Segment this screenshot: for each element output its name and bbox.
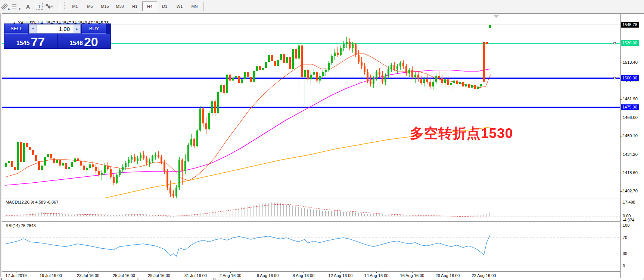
chart-shift-marker-icon[interactable] — [493, 15, 499, 18]
macd-axis--4.974: -4.974 — [623, 218, 634, 222]
date-label-8: 6 Aug 16:00 — [257, 273, 279, 278]
text-label-icon[interactable]: A — [23, 1, 33, 11]
date-tick — [196, 272, 196, 273]
macd-label: MACD(12,26,9) 4.589 -0.867 — [6, 200, 58, 204]
timeframe-button-d1[interactable]: D1 — [157, 1, 172, 11]
date-label-9: 8 Aug 16:00 — [293, 273, 315, 278]
chart-window: ▲XAUUSD-,H41547.34 1547.34 1543.47 1545.… — [2, 13, 644, 278]
pane-separator[interactable] — [2, 221, 644, 222]
toolbar-drag-handle[interactable] — [64, 2, 66, 10]
date-label-14: 22 Aug 16:00 — [472, 273, 496, 278]
date-tick — [159, 272, 159, 273]
timeframe-button-mn[interactable]: MN — [187, 1, 202, 11]
toolbar-separator — [60, 2, 60, 11]
rsi-axis-70: 70 — [623, 235, 627, 240]
macd-histogram — [6, 202, 490, 217]
one-click-trade-panel: SELL ▼ ▲ BUY 1545 77 1546 20 — [4, 23, 111, 49]
date-label-4: 25 Jul 16:00 — [113, 273, 135, 278]
rsi-axis-30: 30 — [623, 251, 627, 256]
date-tick — [376, 272, 377, 273]
volume-increase-button[interactable]: ▲ — [73, 24, 81, 34]
price-axis[interactable]: 1513.401497.701481.901466.001450.101434.… — [620, 14, 644, 278]
volume-decrease-button[interactable]: ▼ — [29, 24, 37, 34]
date-tick — [304, 272, 304, 273]
date-label-10: 12 Aug 16:00 — [329, 273, 353, 278]
timeframe-button-m5[interactable]: M5 — [83, 1, 97, 11]
date-label-3: 23 Jul 16:00 — [77, 273, 99, 278]
date-tick — [268, 272, 268, 273]
date-tick — [88, 272, 88, 273]
shapes-icon[interactable]: ▼ — [45, 1, 58, 11]
window-tab[interactable] — [1, 278, 137, 280]
icon-sub-e: E — [8, 7, 10, 10]
window-frame-line — [0, 13, 1, 277]
date-label-11: 14 Aug 16:00 — [364, 273, 389, 278]
price-badge-1475.00: 1475.00 — [621, 104, 639, 110]
date-label-2: 19 Jul 16:00 — [40, 273, 62, 278]
candlestick-chart-icon[interactable]: E — [0, 1, 11, 11]
rsi-line — [6, 236, 490, 257]
date-label-5: 29 Jul 16:00 — [148, 273, 170, 278]
rsi-axis-100: 100 — [623, 223, 629, 227]
date-label-1: 17 Jul 2019 — [6, 273, 27, 278]
price-tick-1418.60: 1418.60 — [623, 170, 638, 175]
grid-icon[interactable]: F — [12, 1, 22, 11]
chart-toolbar: E F A T ▼ M1M5M15M30H1H4D1W1MN — [0, 0, 644, 13]
timeframe-button-m30[interactable]: M30 — [112, 1, 127, 11]
candles-layer — [5, 23, 491, 198]
price-tick-1434.20: 1434.20 — [623, 152, 638, 157]
buy-price-display[interactable]: 1546 20 — [58, 34, 110, 48]
price-tick-1481.90: 1481.90 — [623, 97, 638, 101]
timeframe-button-m15[interactable]: M15 — [97, 1, 112, 11]
macd-axis-17.498: 17.498 — [623, 200, 635, 204]
price-tick-1513.40: 1513.40 — [623, 60, 638, 65]
price-badge-1530.00: 1530.00 — [621, 40, 639, 46]
date-label-6: 31 Jul 16:00 — [184, 273, 207, 278]
buy-price-main: 1546 — [69, 40, 83, 46]
date-label-7: 2 Aug 16:00 — [220, 273, 242, 278]
date-label-13: 20 Aug 16:00 — [436, 273, 460, 278]
buy-button[interactable]: BUY — [82, 24, 106, 34]
rsi-pane — [2, 222, 620, 271]
sell-price-pips: 77 — [31, 37, 45, 47]
date-tick — [16, 272, 16, 273]
trading-terminal: E F A T ▼ M1M5M15M30H1H4D1W1MN ▲XAUUSD-,… — [0, 0, 644, 280]
macd-pane — [2, 199, 620, 221]
icon-sub-f: F — [19, 7, 21, 10]
timeframe-button-h1[interactable]: H1 — [127, 1, 142, 11]
sell-price-main: 1545 — [16, 40, 30, 46]
date-tick — [230, 272, 231, 273]
line-handle[interactable] — [614, 42, 616, 44]
price-badge-1545.78: 1545.78 — [621, 22, 639, 28]
rsi-label: RSI(14) 75.2848 — [6, 223, 36, 228]
timeframe-button-w1[interactable]: W1 — [172, 1, 187, 11]
window-tab[interactable] — [139, 278, 214, 280]
line-handle[interactable] — [614, 77, 616, 79]
date-tick — [340, 272, 341, 273]
date-tick — [448, 272, 448, 273]
date-label-12: 16 Aug 16:00 — [400, 273, 424, 278]
date-tick — [124, 272, 124, 273]
rsi-axis-0: 0 — [623, 264, 625, 268]
volume-input[interactable] — [37, 24, 73, 34]
buy-price-pips: 20 — [84, 37, 98, 47]
price-tick-1402.70: 1402.70 — [623, 189, 638, 193]
price-tick-1450.10: 1450.10 — [623, 133, 638, 138]
chart-text-annotation[interactable]: 多空转折点1530 — [410, 124, 513, 143]
sell-price-display[interactable]: 1545 77 — [4, 34, 57, 48]
sell-button[interactable]: SELL — [4, 24, 28, 34]
toolbar-separator — [203, 2, 204, 11]
window-tab-bar — [0, 278, 644, 280]
window-tab[interactable] — [215, 278, 644, 280]
timeframe-bar: M1M5M15M30H1H4D1W1MN — [68, 1, 202, 11]
timeframe-button-h4[interactable]: H4 — [142, 1, 157, 11]
timeframe-button-m1[interactable]: M1 — [68, 1, 83, 11]
price-badge-1500.00: 1500.00 — [621, 75, 639, 81]
date-tick — [484, 272, 484, 273]
date-tick — [412, 272, 413, 273]
text-box-icon[interactable]: T — [34, 1, 44, 11]
date-axis[interactable]: 17 Jul 201919 Jul 16:0023 Jul 16:0025 Ju… — [2, 271, 644, 278]
pane-separator[interactable] — [2, 198, 644, 198]
date-tick — [51, 272, 51, 273]
price-tick-1466.00: 1466.00 — [623, 115, 638, 120]
